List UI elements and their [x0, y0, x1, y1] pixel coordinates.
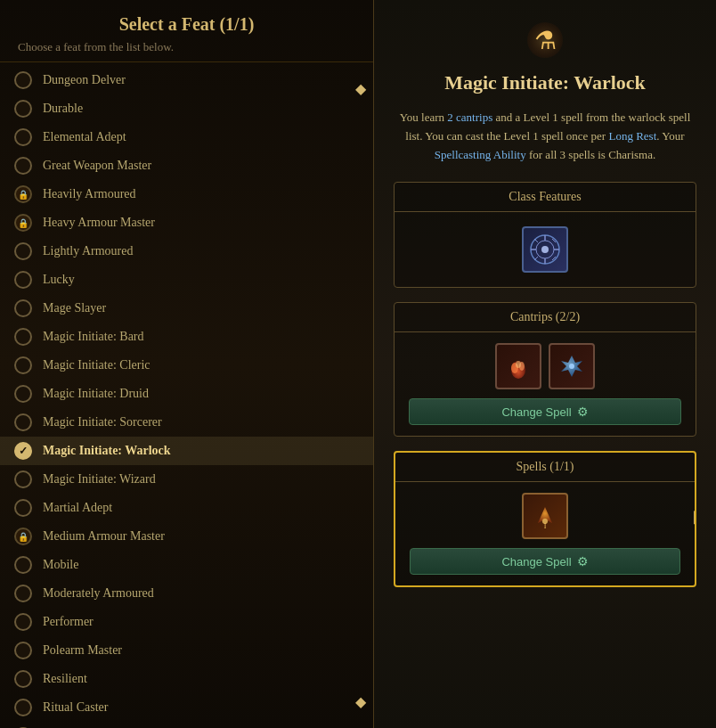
feat-name-lucky: Lucky — [43, 217, 75, 231]
svg-line-9 — [534, 239, 538, 242]
feat-item-sharpshooter[interactable]: Sharpshooter — [0, 723, 373, 728]
feat-item-medium-armour-master[interactable]: Medium Armour Master — [0, 466, 373, 495]
radio-elemental-adept — [14, 72, 32, 90]
long-rest-highlight: Long Rest — [608, 129, 656, 143]
feat-item-ritual-caster[interactable]: Ritual Caster — [0, 637, 373, 666]
feat-item-savage-attacker[interactable]: Savage Attacker — [0, 666, 373, 694]
cantrips-box: Cantrips (2/2) — [394, 302, 696, 437]
svg-text:I: I — [544, 522, 547, 530]
cantrip-icons — [409, 343, 681, 389]
feat-item-magic-initiate-sorcerer[interactable]: Magic Initiate: Sorcerer — [0, 352, 373, 380]
svg-point-4 — [541, 246, 549, 253]
feat-name-great-weapon-master: Great Weapon Master — [43, 102, 151, 117]
feat-name-performer: Performer — [43, 559, 94, 573]
radio-magic-initiate-sorcerer — [14, 357, 32, 375]
svg-point-17 — [569, 364, 574, 369]
radio-mage-slayer — [14, 243, 32, 261]
feat-name-heavy-armour-master: Heavy Armour Master — [43, 160, 155, 174]
left-panel: Select a Feat (1/1) Choose a feat from t… — [0, 0, 374, 728]
feat-name-savage-attacker: Savage Attacker — [43, 673, 124, 687]
svg-line-11 — [534, 257, 538, 260]
spells-content: I ▶ Change Spell ⚙ — [395, 482, 695, 585]
feat-item-magic-initiate-cleric[interactable]: Magic Initiate: Cleric — [0, 295, 373, 323]
feat-name-magic-initiate-sorcerer: Magic Initiate: Sorcerer — [43, 359, 162, 373]
cantrip-icon-2[interactable] — [549, 343, 595, 389]
class-features-box: Class Features — [394, 182, 696, 288]
feat-name-martial-adept: Martial Adept — [43, 445, 112, 459]
spells-box: Spells (1/1) I — [394, 451, 696, 587]
feat-name-lightly-armoured: Lightly Armoured — [43, 188, 134, 202]
svg-text:⚗: ⚗ — [534, 27, 557, 54]
feat-item-mobile[interactable]: Mobile — [0, 495, 373, 523]
radio-medium-armour-master — [14, 471, 32, 489]
radio-ritual-caster — [14, 642, 32, 660]
radio-lucky — [14, 215, 32, 233]
change-spell-button[interactable]: Change Spell ⚙ — [410, 548, 680, 575]
feat-item-resilient[interactable]: Resilient — [0, 609, 373, 637]
radio-magic-initiate-druid — [14, 329, 32, 347]
feat-name-sentinel: Sentinel — [43, 701, 84, 716]
cantrips-header: Cantrips (2/2) — [395, 303, 696, 332]
feat-item-heavy-armour-master[interactable]: Heavy Armour Master — [0, 152, 373, 181]
radio-heavily-armoured — [14, 129, 32, 147]
svg-point-16 — [516, 361, 521, 368]
feat-name-elemental-adept: Elemental Adept — [43, 74, 126, 88]
radio-performer — [14, 557, 32, 575]
next-spell-arrow[interactable]: ▶ — [694, 505, 696, 527]
change-spell-label: Change Spell — [501, 555, 571, 568]
feat-name-moderately-armoured: Moderately Armoured — [43, 530, 154, 544]
feat-item-sentinel[interactable]: Sentinel — [0, 694, 373, 723]
feat-item-lucky[interactable]: Lucky — [0, 209, 373, 238]
spell-icon-1[interactable]: I — [522, 493, 568, 539]
panel-subtitle: Choose a feat from the list below. — [18, 40, 355, 54]
feat-item-magic-initiate-bard[interactable]: Magic Initiate: Bard — [0, 266, 373, 295]
gear-icon-cantrips: ⚙ — [577, 405, 589, 419]
feat-item-martial-adept[interactable]: Martial Adept — [0, 438, 373, 466]
radio-magic-initiate-cleric — [14, 300, 32, 318]
feat-item-heavily-armoured[interactable]: Heavily Armoured — [0, 124, 373, 152]
cantrips-highlight: 2 cantrips — [447, 110, 492, 124]
spellcasting-highlight: Spellcasting Ability — [435, 148, 526, 161]
radio-heavy-armour-master — [14, 158, 32, 176]
radio-mobile — [14, 500, 32, 518]
feat-item-polearm-master[interactable]: Polearm Master — [0, 580, 373, 609]
feat-item-mage-slayer[interactable]: Mage Slayer — [0, 238, 373, 266]
feat-name-magic-initiate-warlock: Magic Initiate: Warlock — [43, 388, 171, 402]
feat-name-magic-initiate-bard: Magic Initiate: Bard — [43, 274, 144, 288]
feat-item-elemental-adept[interactable]: Elemental Adept — [0, 67, 373, 95]
feat-name-medium-armour-master: Medium Armour Master — [43, 473, 165, 487]
feat-item-great-weapon-master[interactable]: Great Weapon Master — [0, 95, 373, 124]
feat-item-magic-initiate-wizard[interactable]: Magic Initiate: Wizard — [0, 409, 373, 438]
change-cantrip-spell-button[interactable]: Change Spell ⚙ — [409, 398, 681, 425]
cantrip-icon-1[interactable] — [495, 343, 541, 389]
class-features-content — [395, 212, 696, 287]
radio-lightly-armoured — [14, 186, 32, 204]
feat-item-moderately-armoured[interactable]: Moderately Armoured — [0, 523, 373, 552]
spell-icons: I ▶ — [410, 493, 680, 539]
panel-title: Select a Feat (1/1) — [18, 14, 355, 35]
panel-header: Select a Feat (1/1) Choose a feat from t… — [0, 0, 373, 62]
feat-item-magic-initiate-warlock[interactable]: Magic Initiate: Warlock — [0, 380, 373, 409]
feat-name-magic-initiate-druid: Magic Initiate: Druid — [43, 331, 149, 345]
class-features-title: Class Features — [395, 183, 696, 212]
feat-list: Dungeon DelverDurableElemental AdeptGrea… — [0, 62, 373, 728]
cantrips-content: Change Spell ⚙ — [395, 332, 696, 436]
radio-magic-initiate-wizard — [14, 414, 32, 432]
feat-name-magic-initiate-cleric: Magic Initiate: Cleric — [43, 302, 151, 316]
spells-header: Spells (1/1) — [395, 453, 695, 482]
feat-name-magic-initiate-wizard: Magic Initiate: Wizard — [43, 416, 156, 430]
feat-item-performer[interactable]: Performer — [0, 552, 373, 580]
radio-martial-adept — [14, 443, 32, 461]
radio-polearm-master — [14, 585, 32, 603]
radio-magic-initiate-bard — [14, 272, 32, 290]
feat-name-resilient: Resilient — [43, 616, 87, 630]
class-feature-icon — [522, 226, 568, 273]
radio-resilient — [14, 614, 32, 632]
feat-name-mage-slayer: Mage Slayer — [43, 245, 106, 259]
feat-name-ritual-caster: Ritual Caster — [43, 644, 109, 658]
detail-icon-container: ⚗ — [518, 18, 572, 62]
radio-magic-initiate-warlock — [14, 386, 32, 404]
detail-description: You learn 2 cantrips and a Level 1 spell… — [394, 109, 696, 164]
feat-item-magic-initiate-druid[interactable]: Magic Initiate: Druid — [0, 323, 373, 352]
feat-item-lightly-armoured[interactable]: Lightly Armoured — [0, 181, 373, 209]
